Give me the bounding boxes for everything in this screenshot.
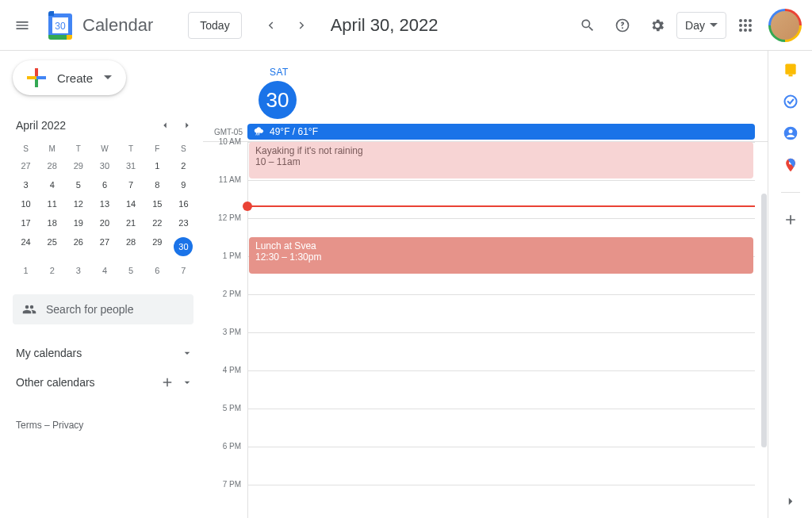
prev-day-button[interactable] [255, 10, 286, 41]
hour-cell[interactable] [247, 409, 755, 447]
hour-cell[interactable] [247, 294, 755, 332]
today-button[interactable]: Today [188, 12, 241, 39]
keep-icon[interactable] [783, 62, 799, 78]
help-button[interactable] [607, 10, 638, 41]
mini-day-cell[interactable]: 4 [39, 175, 65, 194]
mini-day-cell[interactable]: 20 [91, 213, 117, 232]
mini-day-cell[interactable]: 13 [91, 194, 117, 213]
next-day-button[interactable] [286, 10, 318, 41]
create-button[interactable]: Create [13, 60, 126, 95]
date-title[interactable]: April 30, 2022 [331, 15, 439, 36]
add-icon[interactable] [160, 375, 174, 389]
mini-day-cell[interactable]: 6 [144, 261, 170, 280]
time-grid[interactable]: Kayaking if it's not raining 10 – 11am L… [203, 142, 768, 518]
mini-day-cell[interactable]: 29 [144, 232, 170, 261]
my-calendars-toggle[interactable]: My calendars [13, 339, 197, 367]
account-avatar[interactable] [771, 11, 799, 40]
mini-calendar-grid: SMTWTFS272829303112345678910111213141516… [13, 141, 197, 280]
hour-cell[interactable] [247, 485, 755, 518]
mini-day-cell[interactable]: 21 [118, 213, 144, 232]
mini-day-cell[interactable]: 27 [13, 156, 39, 175]
apps-button[interactable] [730, 10, 761, 41]
mini-day-cell[interactable]: 27 [91, 232, 117, 261]
terms-link[interactable]: Terms [16, 420, 42, 431]
hide-panel-button[interactable] [783, 494, 798, 508]
dropdown-icon [104, 74, 112, 82]
hour-label: 10 AM [203, 137, 247, 175]
tasks-icon[interactable] [783, 94, 799, 109]
hour-cell[interactable] [247, 370, 755, 409]
hour-label: 6 PM [203, 442, 247, 480]
add-addon-icon[interactable] [783, 212, 799, 228]
mini-day-cell[interactable]: 2 [170, 156, 197, 175]
privacy-link[interactable]: Privacy [52, 420, 83, 431]
mini-day-cell[interactable]: 8 [144, 175, 170, 194]
mini-day-cell[interactable]: 1 [13, 261, 39, 280]
svg-point-13 [749, 29, 752, 32]
mini-day-cell[interactable]: 3 [13, 175, 39, 194]
svg-point-6 [744, 19, 747, 22]
maps-icon[interactable] [783, 157, 799, 173]
mini-day-cell[interactable]: 24 [13, 232, 39, 261]
settings-button[interactable] [642, 10, 673, 41]
mini-day-cell[interactable]: 4 [91, 261, 117, 280]
mini-day-cell[interactable]: 19 [65, 213, 91, 232]
search-people-input[interactable]: Search for people [13, 294, 193, 324]
mini-prev-month[interactable] [155, 116, 174, 135]
mini-day-cell[interactable]: 23 [170, 213, 197, 232]
timezone-label: GMT-05 [203, 128, 247, 136]
mini-next-month[interactable] [178, 116, 197, 135]
mini-day-cell[interactable]: 25 [39, 232, 65, 261]
hour-label: 11 AM [203, 175, 247, 213]
svg-point-18 [788, 129, 792, 133]
day-of-week-label: SAT [270, 67, 768, 78]
mini-day-cell[interactable]: 6 [91, 175, 117, 194]
mini-day-cell[interactable]: 31 [118, 156, 144, 175]
app-logo[interactable]: 30 Calendar [44, 10, 153, 41]
chevron-down-icon [181, 347, 193, 359]
hour-cell[interactable] [247, 180, 755, 218]
mini-day-cell[interactable]: 28 [118, 232, 144, 261]
mini-day-cell[interactable]: 26 [65, 232, 91, 261]
hour-cell[interactable] [247, 447, 755, 485]
dropdown-icon [710, 21, 718, 29]
main-menu-button[interactable] [6, 10, 38, 41]
other-calendars-toggle[interactable]: Other calendars [13, 367, 197, 397]
mini-day-cell[interactable]: 7 [118, 175, 144, 194]
mini-day-cell[interactable]: 7 [170, 261, 197, 280]
scrollbar[interactable] [760, 194, 767, 495]
mini-day-cell[interactable]: 1 [144, 156, 170, 175]
weather-icon [254, 126, 265, 137]
search-button[interactable] [572, 10, 603, 41]
mini-day-cell[interactable]: 14 [118, 194, 144, 213]
mini-day-cell[interactable]: 3 [65, 261, 91, 280]
svg-rect-15 [788, 75, 792, 77]
view-selector[interactable]: Day [676, 12, 726, 39]
day-number[interactable]: 30 [259, 81, 297, 119]
mini-day-cell[interactable]: 5 [65, 175, 91, 194]
mini-day-cell[interactable]: 15 [144, 194, 170, 213]
mini-day-cell[interactable]: 22 [144, 213, 170, 232]
hour-cell[interactable] [247, 332, 755, 370]
mini-day-cell[interactable]: 2 [39, 261, 65, 280]
mini-day-cell[interactable]: 17 [13, 213, 39, 232]
mini-day-cell[interactable]: 29 [65, 156, 91, 175]
mini-dow-header: W [91, 141, 117, 156]
mini-day-cell[interactable]: 10 [13, 194, 39, 213]
mini-day-cell[interactable]: 16 [170, 194, 197, 213]
weather-chip[interactable]: 49°F / 61°F [247, 124, 755, 140]
contacts-icon[interactable] [783, 125, 799, 141]
side-panel [768, 51, 812, 518]
mini-day-cell[interactable]: 30 [170, 232, 197, 261]
mini-day-cell[interactable]: 9 [170, 175, 197, 194]
mini-day-cell[interactable]: 28 [39, 156, 65, 175]
mini-day-cell[interactable]: 5 [118, 261, 144, 280]
mini-day-cell[interactable]: 18 [39, 213, 65, 232]
app-header: 30 Calendar Today April 30, 2022 Day [0, 0, 812, 51]
event-block[interactable]: Lunch at Svea 12:30 – 1:30pm [249, 237, 753, 274]
event-block[interactable]: Kayaking if it's not raining 10 – 11am [249, 142, 753, 178]
mini-day-cell[interactable]: 11 [39, 194, 65, 213]
main-content: SAT 30 GMT-05 49°F / 61°F Kayaking if it… [203, 51, 812, 518]
mini-day-cell[interactable]: 12 [65, 194, 91, 213]
mini-day-cell[interactable]: 30 [91, 156, 117, 175]
